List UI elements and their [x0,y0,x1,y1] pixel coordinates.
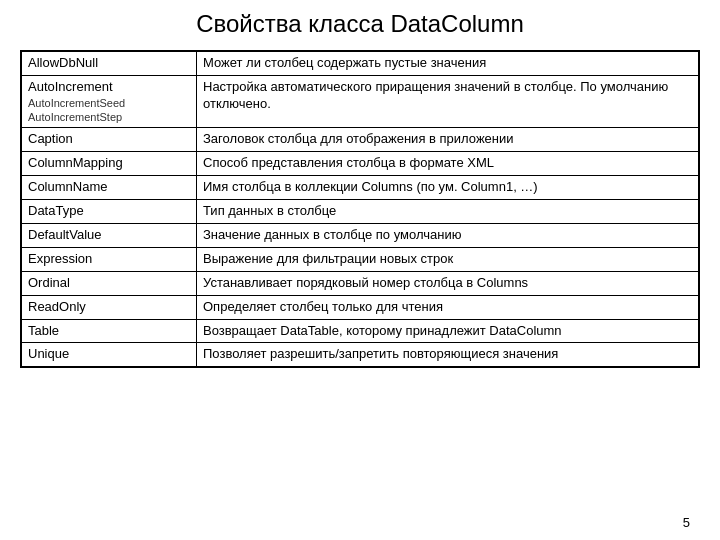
table-row: ReadOnlyОпределяет столбец только для чт… [22,295,699,319]
property-main-label: AutoIncrement [28,79,113,94]
property-name: AllowDbNull [22,52,197,76]
table-row: TableВозвращает DataTable, которому прин… [22,319,699,343]
property-name: ReadOnly [22,295,197,319]
property-description: Выражение для фильтрации новых строк [197,247,699,271]
property-main-label: AllowDbNull [28,55,98,70]
property-description: Способ представления столбца в формате X… [197,152,699,176]
table-row: AutoIncrementAutoIncrementSeedAutoIncrem… [22,75,699,127]
property-name: AutoIncrementAutoIncrementSeedAutoIncrem… [22,75,197,127]
property-main-label: Unique [28,346,69,361]
property-description: Тип данных в столбце [197,200,699,224]
property-name: DataType [22,200,197,224]
property-main-label: DefaultValue [28,227,101,242]
page: Свойства класса DataColumn AllowDbNullМо… [0,0,720,540]
property-description: Может ли столбец содержать пустые значен… [197,52,699,76]
property-main-label: Ordinal [28,275,70,290]
table-row: UniqueПозволяет разрешить/запретить повт… [22,343,699,367]
property-main-label: ReadOnly [28,299,86,314]
property-name: DefaultValue [22,223,197,247]
property-name: Expression [22,247,197,271]
table-row: ColumnNameИмя столбца в коллекции Column… [22,176,699,200]
property-main-label: Expression [28,251,92,266]
table-row: ColumnMappingСпособ представления столбц… [22,152,699,176]
property-main-label: ColumnName [28,179,107,194]
property-name: Caption [22,128,197,152]
property-description: Позволяет разрешить/запретить повторяющи… [197,343,699,367]
property-description: Определяет столбец только для чтения [197,295,699,319]
page-number: 5 [683,515,690,530]
property-main-label: ColumnMapping [28,155,123,170]
property-name: Table [22,319,197,343]
property-sub-label: AutoIncrementStep [28,110,190,124]
property-main-label: Table [28,323,59,338]
table-row: ExpressionВыражение для фильтрации новых… [22,247,699,271]
page-title: Свойства класса DataColumn [196,10,524,38]
property-name: ColumnMapping [22,152,197,176]
property-description: Устанавливает порядковый номер столбца в… [197,271,699,295]
property-name: Unique [22,343,197,367]
table-row: DataTypeТип данных в столбце [22,200,699,224]
table-row: OrdinalУстанавливает порядковый номер ст… [22,271,699,295]
property-description: Имя столбца в коллекции Columns (по ум. … [197,176,699,200]
table-row: AllowDbNullМожет ли столбец содержать пу… [22,52,699,76]
table-row: DefaultValueЗначение данных в столбце по… [22,223,699,247]
table-row: CaptionЗаголовок столбца для отображения… [22,128,699,152]
property-name: Ordinal [22,271,197,295]
property-description: Значение данных в столбце по умолчанию [197,223,699,247]
property-main-label: Caption [28,131,73,146]
property-name: ColumnName [22,176,197,200]
property-description: Заголовок столбца для отображения в прил… [197,128,699,152]
property-description: Возвращает DataTable, которому принадлеж… [197,319,699,343]
property-description: Настройка автоматического приращения зна… [197,75,699,127]
property-sub-label: AutoIncrementSeed [28,96,190,110]
property-main-label: DataType [28,203,84,218]
properties-table: AllowDbNullМожет ли столбец содержать пу… [21,51,699,367]
properties-table-container: AllowDbNullМожет ли столбец содержать пу… [20,50,700,368]
